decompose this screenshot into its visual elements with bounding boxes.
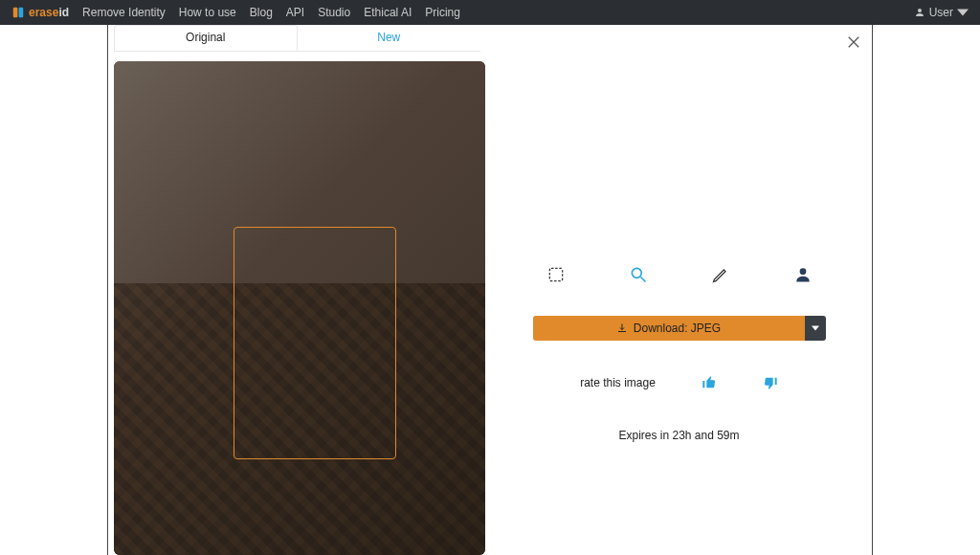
tab-new[interactable]: New: [298, 25, 481, 51]
nav-remove-identity[interactable]: Remove Identity: [82, 6, 166, 19]
svg-line-5: [640, 278, 645, 282]
caret-down-icon: [812, 324, 819, 332]
person-icon: [793, 265, 813, 284]
user-label: User: [929, 6, 953, 19]
thumbs-down-button[interactable]: [763, 375, 778, 390]
thumbs-up-button[interactable]: [702, 375, 717, 390]
logo[interactable]: eraseid: [11, 6, 69, 19]
image-preview[interactable]: [114, 61, 485, 555]
caret-down-icon: [957, 7, 969, 18]
tool-row: [546, 264, 813, 285]
right-column: Download: JPEG rate this image Expires i…: [486, 25, 872, 555]
logo-text-part2: id: [58, 6, 69, 19]
download-icon: [616, 322, 628, 334]
edit-tool[interactable]: [710, 264, 731, 285]
nav-links: Remove Identity How to use Blog API Stud…: [82, 6, 460, 19]
nav-blog[interactable]: Blog: [250, 6, 273, 19]
image-tabs: Original New: [114, 25, 480, 52]
nav-studio[interactable]: Studio: [318, 6, 350, 19]
person-tool[interactable]: [792, 264, 813, 285]
editor-panel: Original New: [107, 25, 873, 555]
nav-ethical-ai[interactable]: Ethical AI: [364, 6, 412, 19]
left-column: Original New: [108, 25, 486, 555]
user-icon: [914, 7, 925, 18]
download-row: Download: JPEG: [533, 316, 826, 341]
expires-label: Expires in 23h and 59m: [618, 429, 739, 442]
close-icon: [847, 35, 860, 49]
thumbs-down-icon: [763, 375, 778, 390]
rate-row: rate this image: [580, 375, 778, 390]
tab-original[interactable]: Original: [114, 25, 298, 51]
thumbs-up-icon: [702, 375, 717, 390]
svg-rect-1: [19, 8, 24, 18]
nav-api[interactable]: API: [286, 6, 304, 19]
pencil-icon: [711, 265, 730, 284]
nav-how-to-use[interactable]: How to use: [179, 6, 236, 19]
nav-pricing[interactable]: Pricing: [425, 6, 460, 19]
zoom-icon: [629, 265, 648, 284]
face-bounding-box[interactable]: [234, 227, 396, 459]
workspace: Original New: [0, 25, 980, 555]
svg-point-4: [632, 268, 641, 278]
svg-rect-0: [13, 8, 18, 18]
top-navbar: eraseid Remove Identity How to use Blog …: [0, 0, 980, 25]
svg-point-6: [799, 268, 806, 275]
close-button[interactable]: [847, 34, 860, 52]
zoom-tool[interactable]: [628, 264, 649, 285]
crop-icon: [546, 265, 566, 284]
download-button[interactable]: Download: JPEG: [533, 316, 805, 341]
download-format-dropdown[interactable]: [805, 316, 826, 341]
logo-icon: [11, 6, 25, 19]
crop-tool[interactable]: [546, 264, 567, 285]
svg-rect-3: [549, 268, 562, 280]
svg-point-2: [918, 9, 922, 12]
user-menu[interactable]: User: [914, 6, 969, 19]
logo-text-part1: erase: [29, 6, 58, 19]
rate-label: rate this image: [580, 376, 656, 389]
download-label: Download: JPEG: [634, 322, 721, 335]
